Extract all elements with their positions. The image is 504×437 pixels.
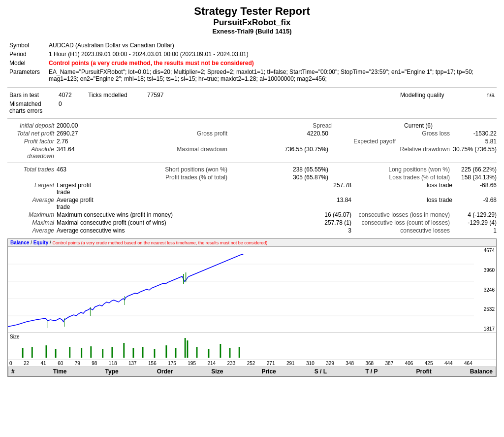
row-total-trades: Total trades 463 Short positions (won %)…	[7, 166, 497, 173]
net-profit-value: 2690.27	[57, 130, 106, 137]
svg-rect-24	[175, 348, 177, 358]
svg-rect-11	[32, 347, 33, 358]
x-98: 98	[92, 361, 97, 366]
divider2	[7, 118, 497, 119]
gross-profit-value: 4220.50	[230, 130, 328, 137]
footer-col2: Time	[53, 368, 67, 375]
maximum-label: Maximum	[7, 211, 57, 218]
x-387: 387	[385, 361, 394, 366]
row-max-consec: Maximum Maximum consecutive wins (profit…	[7, 211, 497, 219]
loss-trades-label: Loss trades (% of total)	[328, 174, 452, 181]
balance-legend: Balance	[10, 240, 29, 245]
average2-label: Average	[7, 227, 57, 234]
maximal-label: Maximal	[7, 219, 57, 226]
x-425: 425	[425, 361, 433, 366]
x-271: 271	[267, 361, 275, 366]
svg-rect-22	[154, 349, 156, 358]
rel-drawdown-label: Relative drawdown	[328, 146, 452, 160]
x-axis-spacer	[474, 361, 496, 366]
x-axis-row: 0 22 41 60 79 98 118 137 156 175 195 214…	[8, 360, 496, 367]
period-row: Period 1 Hour (H1) 2023.09.01 00:00 - 20…	[7, 50, 497, 59]
size-chart-svg	[8, 333, 474, 360]
svg-rect-29	[220, 344, 221, 358]
max-consec-wins-value: 16 (45.07)	[315, 211, 354, 218]
title-section: Strategy Tester Report PursuitFxRobot_fi…	[7, 5, 497, 35]
x-368: 368	[365, 361, 374, 366]
footer-col6: Price	[261, 368, 276, 375]
row-average: Average Average profit trade 13.84 loss …	[7, 196, 497, 211]
row-maximal-consec: Maximal Maximal consecutive profit (coun…	[7, 219, 497, 227]
footer-bar: # Time Type Order Size Price S / L T / P…	[8, 367, 496, 376]
bars-value: 4072	[57, 91, 86, 100]
model-row: Model Control points (a very crude metho…	[7, 59, 497, 67]
footer-col3: Type	[105, 368, 119, 375]
x-41: 41	[41, 361, 46, 366]
params-label: Parameters	[7, 67, 47, 83]
symbol-label: Symbol	[7, 41, 47, 50]
x-axis-labels: 0 22 41 60 79 98 118 137 156 175 195 214…	[8, 361, 474, 366]
mismatched-label: Mismatched charts errors	[7, 100, 57, 115]
row-deposit: Initial deposit 2000.00 Spread Current (…	[7, 122, 497, 130]
x-214: 214	[207, 361, 216, 366]
bars-row: Bars in test 4072 Ticks modelled 77597 M…	[7, 91, 497, 100]
sub-title: PursuitFxRobot_fix	[7, 18, 497, 28]
quality-label: Modelling quality	[398, 91, 467, 100]
x-464: 464	[464, 361, 472, 366]
row-net-profit: Total net profit 2690.27 Gross profit 42…	[7, 130, 497, 137]
bars-stats-table: Bars in test 4072 Ticks modelled 77597 M…	[7, 91, 497, 115]
svg-rect-25	[185, 338, 186, 358]
chart-legend: Balance / Equity / Control points (a ver…	[8, 239, 496, 247]
svg-rect-30	[229, 348, 231, 358]
abs-drawdown-value: 341.64	[57, 146, 106, 160]
footer-col1: #	[11, 368, 15, 375]
x-252: 252	[247, 361, 255, 366]
maximal-consec-loss-value: -129.29 (4)	[452, 219, 497, 226]
svg-rect-14	[69, 347, 70, 358]
main-title: Strategy Tester Report	[7, 5, 497, 18]
avg-consec-wins-value: 3	[315, 227, 354, 234]
maximal-consec-loss-label: consecutive loss (count of losses)	[354, 219, 452, 226]
footer-col4: Order	[157, 368, 173, 375]
profit-trades-label: Profit trades (% of total)	[106, 174, 230, 181]
y-label-3246: 3246	[475, 287, 495, 293]
y-label-1817: 1817	[475, 326, 495, 332]
size-svg-container: Size	[8, 333, 474, 360]
row-avg-consec: Average Average consecutive wins 3 conse…	[7, 227, 497, 235]
x-329: 329	[326, 361, 334, 366]
svg-rect-28	[208, 349, 210, 358]
average-label: Average	[7, 197, 57, 210]
model-label: Model	[7, 59, 47, 67]
largest-loss-value: -68.66	[452, 182, 497, 196]
row-profit-factor: Profit factor 2.76 Expected payoff 5.81	[7, 137, 497, 145]
svg-rect-31	[239, 347, 240, 358]
maximal-consec-profit-label: Maximal consecutive profit (count of win…	[57, 219, 315, 226]
footer-col10: Balance	[470, 368, 493, 375]
stats-grid: Initial deposit 2000.00 Spread Current (…	[7, 122, 497, 235]
quality-value: n/a	[467, 91, 497, 100]
y-label-4674: 4674	[475, 248, 495, 253]
svg-rect-15	[81, 348, 82, 358]
period-value: 1 Hour (H1) 2023.09.01 00:00 - 2024.03.0…	[47, 50, 497, 59]
expected-payoff-label: Expected payoff	[106, 138, 398, 145]
x-195: 195	[188, 361, 196, 366]
symbol-row: Symbol AUDCAD (Australian Dollar vs Cana…	[7, 41, 497, 50]
profit-factor-label: Profit factor	[7, 138, 57, 145]
build-title: Exness-Trial9 (Build 1415)	[7, 28, 497, 35]
svg-rect-19	[123, 343, 125, 358]
period-label: Period	[7, 50, 47, 59]
ticks-label: Ticks modelled	[86, 91, 145, 100]
svg-rect-16	[90, 346, 92, 358]
mismatched-row: Mismatched charts errors 0	[7, 100, 497, 115]
footer-col8: T / P	[365, 368, 378, 375]
mismatched-value: 0	[57, 100, 86, 115]
row-drawdown: Absolute drawdown 341.64 Maximal drawdow…	[7, 145, 497, 160]
size-chart-area: Size	[8, 333, 496, 360]
equity-legend: Equity	[33, 240, 49, 245]
chart-svg-container	[8, 247, 474, 333]
symbol-value: AUDCAD (Australian Dollar vs Canadian Do…	[47, 41, 497, 50]
gross-loss-value: -1530.22	[452, 130, 497, 137]
svg-rect-26	[187, 340, 188, 358]
gross-loss-label: Gross loss	[328, 130, 452, 137]
avg-loss-value: -9.68	[452, 197, 497, 210]
divider1	[7, 87, 497, 88]
